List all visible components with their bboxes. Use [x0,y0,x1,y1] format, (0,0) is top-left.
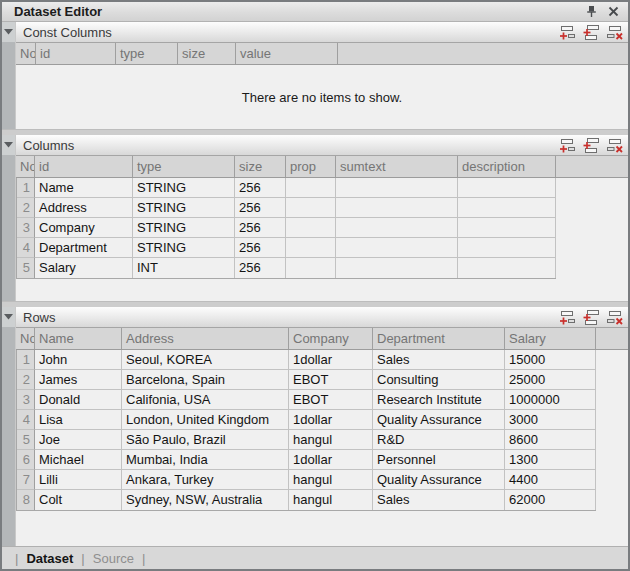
add-item-button[interactable] [558,25,575,40]
column-header-type[interactable]: type [133,156,235,177]
add-item-button[interactable] [558,138,575,153]
grid-cell[interactable]: Califonia, USA [122,390,289,410]
grid-cell[interactable]: 15000 [505,350,596,370]
grid-cell[interactable]: James [35,370,122,390]
grid-cell[interactable] [458,198,556,218]
delete-item-button[interactable] [606,138,623,153]
grid-cell[interactable] [286,258,336,278]
grid-cell[interactable]: STRING [133,238,235,258]
grid-cell[interactable]: 1000000 [505,390,596,410]
row-number-cell[interactable]: 8 [17,490,35,510]
column-header-size[interactable]: size [178,43,236,64]
grid-cell[interactable] [458,178,556,198]
column-header-department[interactable]: Department [373,328,505,349]
column-header-address[interactable]: Address [122,328,289,349]
row-number-cell[interactable]: 3 [17,218,35,238]
grid-cell[interactable]: 25000 [505,370,596,390]
grid-cell[interactable]: Personnel [373,450,505,470]
grid-cell[interactable]: EBOT [289,390,373,410]
grid-cell[interactable]: 256 [235,198,286,218]
grid-cell[interactable] [336,238,458,258]
row-number-cell[interactable]: 2 [17,370,35,390]
grid-cell[interactable]: Barcelona, Spain [122,370,289,390]
grid-cell[interactable]: Research Institute [373,390,505,410]
grid-cell[interactable]: STRING [133,218,235,238]
column-header-size[interactable]: size [235,156,286,177]
insert-item-button[interactable] [582,25,599,40]
row-number-cell[interactable]: 2 [17,198,35,218]
grid-cell[interactable]: 1300 [505,450,596,470]
grid-cell[interactable]: hangul [289,430,373,450]
grid-cell[interactable]: hangul [289,470,373,490]
grid-cell[interactable]: STRING [133,178,235,198]
grid-cell[interactable]: hangul [289,490,373,510]
collapse-button[interactable] [2,22,15,42]
grid-cell[interactable]: London, United Kingdom [122,410,289,430]
grid-cell[interactable] [286,238,336,258]
row-number-cell[interactable]: 4 [17,238,35,258]
grid-cell[interactable]: 256 [235,238,286,258]
row-number-cell[interactable]: 5 [17,430,35,450]
grid-cell[interactable] [286,218,336,238]
grid-cell[interactable]: Sales [373,490,505,510]
row-number-cell[interactable]: 1 [17,178,35,198]
grid-cell[interactable]: Sydney, NSW, Australia [122,490,289,510]
grid-cell[interactable]: STRING [133,198,235,218]
grid-cell[interactable]: 256 [235,258,286,278]
row-number-cell[interactable]: 4 [17,410,35,430]
column-header-no[interactable]: No [16,43,36,64]
row-number-cell[interactable]: 5 [17,258,35,278]
grid-cell[interactable] [336,198,458,218]
grid-cell[interactable] [458,258,556,278]
collapse-button[interactable] [2,307,15,327]
grid-cell[interactable]: 8600 [505,430,596,450]
grid-cell[interactable] [336,258,458,278]
grid-cell[interactable]: R&D [373,430,505,450]
grid-cell[interactable]: Lisa [35,410,122,430]
grid-cell[interactable]: Salary [35,258,133,278]
grid-cell[interactable]: Quality Assurance [373,410,505,430]
row-number-cell[interactable]: 6 [17,450,35,470]
grid-cell[interactable]: 1dollar [289,410,373,430]
grid-cell[interactable] [336,178,458,198]
row-number-cell[interactable]: 3 [17,390,35,410]
grid-cell[interactable]: John [35,350,122,370]
grid-cell[interactable] [286,178,336,198]
grid-cell[interactable]: Ankara, Turkey [122,470,289,490]
grid-cell[interactable]: Consulting [373,370,505,390]
column-header-no[interactable]: No [16,328,35,349]
column-header-id[interactable]: id [36,43,116,64]
column-header-no[interactable]: No [16,156,35,177]
row-number-cell[interactable]: 7 [17,470,35,490]
tab-source[interactable]: Source [93,551,134,566]
column-header-value[interactable]: value [236,43,338,64]
grid-cell[interactable]: Quality Assurance [373,470,505,490]
grid-cell[interactable] [458,238,556,258]
grid-cell[interactable]: 4400 [505,470,596,490]
close-button[interactable] [604,4,622,19]
grid-cell[interactable]: EBOT [289,370,373,390]
grid-cell[interactable]: 256 [235,218,286,238]
insert-item-button[interactable] [582,138,599,153]
delete-item-button[interactable] [606,25,623,40]
grid-cell[interactable]: 256 [235,178,286,198]
grid-cell[interactable]: 3000 [505,410,596,430]
delete-item-button[interactable] [606,310,623,325]
insert-item-button[interactable] [582,310,599,325]
column-header-salary[interactable]: Salary [505,328,596,349]
grid-cell[interactable] [336,218,458,238]
collapse-button[interactable] [2,135,15,155]
grid-cell[interactable]: Address [35,198,133,218]
grid-cell[interactable]: Sales [373,350,505,370]
grid-cell[interactable]: Lilli [35,470,122,490]
column-header-id[interactable]: id [35,156,133,177]
grid-cell[interactable] [458,218,556,238]
grid-cell[interactable]: 1dollar [289,450,373,470]
row-number-cell[interactable]: 1 [17,350,35,370]
grid-cell[interactable]: Name [35,178,133,198]
column-header-prop[interactable]: prop [286,156,336,177]
grid-cell[interactable] [286,198,336,218]
grid-cell[interactable]: Colt [35,490,122,510]
column-header-type[interactable]: type [116,43,178,64]
column-header-name[interactable]: Name [35,328,122,349]
